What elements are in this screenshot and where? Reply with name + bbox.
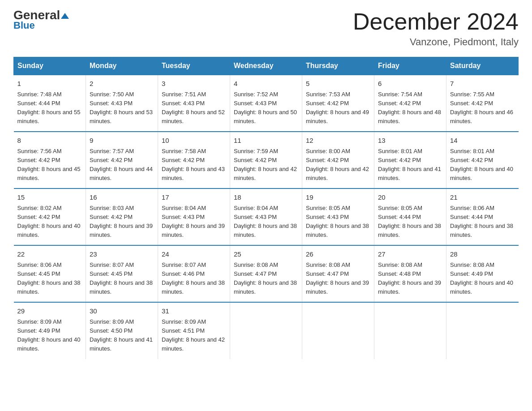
calendar-week-2: 8 Sunrise: 7:56 AMSunset: 4:42 PMDayligh… <box>14 132 519 188</box>
calendar-cell: 16 Sunrise: 8:03 AMSunset: 4:42 PMDaylig… <box>86 188 158 245</box>
day-number: 16 <box>90 193 154 203</box>
day-info: Sunrise: 7:58 AMSunset: 4:42 PMDaylight:… <box>162 148 225 181</box>
day-info: Sunrise: 8:06 AMSunset: 4:44 PMDaylight:… <box>450 205 513 238</box>
day-info: Sunrise: 8:09 AMSunset: 4:50 PMDaylight:… <box>90 318 153 352</box>
day-info: Sunrise: 8:08 AMSunset: 4:48 PMDaylight:… <box>378 261 441 295</box>
calendar-cell: 11 Sunrise: 7:59 AMSunset: 4:42 PMDaylig… <box>230 132 302 188</box>
day-info: Sunrise: 8:05 AMSunset: 4:43 PMDaylight:… <box>306 205 369 238</box>
calendar-cell: 28 Sunrise: 8:08 AMSunset: 4:49 PMDaylig… <box>446 245 519 302</box>
calendar-cell: 2 Sunrise: 7:50 AMSunset: 4:43 PMDayligh… <box>86 75 158 132</box>
calendar-cell: 24 Sunrise: 8:07 AMSunset: 4:46 PMDaylig… <box>158 245 230 302</box>
day-number: 30 <box>90 306 154 317</box>
calendar-week-3: 15 Sunrise: 8:02 AMSunset: 4:42 PMDaylig… <box>14 188 519 245</box>
day-number: 6 <box>378 79 442 89</box>
day-number: 5 <box>306 79 370 89</box>
day-info: Sunrise: 8:07 AMSunset: 4:46 PMDaylight:… <box>162 261 225 295</box>
day-number: 11 <box>234 136 298 146</box>
day-number: 15 <box>17 193 82 203</box>
calendar-cell: 31 Sunrise: 8:09 AMSunset: 4:51 PMDaylig… <box>158 302 230 359</box>
header-wednesday: Wednesday <box>230 57 302 75</box>
day-info: Sunrise: 7:55 AMSunset: 4:42 PMDaylight:… <box>450 91 513 124</box>
day-info: Sunrise: 7:51 AMSunset: 4:43 PMDaylight:… <box>162 91 225 124</box>
calendar-cell: 4 Sunrise: 7:52 AMSunset: 4:43 PMDayligh… <box>230 75 302 132</box>
calendar-week-1: 1 Sunrise: 7:48 AMSunset: 4:44 PMDayligh… <box>14 75 519 132</box>
location-subtitle: Vanzone, Piedmont, Italy <box>353 36 519 48</box>
calendar-cell: 7 Sunrise: 7:55 AMSunset: 4:42 PMDayligh… <box>446 75 519 132</box>
page-header: General Blue December 2024 Vanzone, Pied… <box>13 9 519 48</box>
day-info: Sunrise: 7:56 AMSunset: 4:42 PMDaylight:… <box>17 148 81 181</box>
calendar-cell: 30 Sunrise: 8:09 AMSunset: 4:50 PMDaylig… <box>86 302 158 359</box>
day-number: 12 <box>306 136 370 146</box>
day-info: Sunrise: 8:06 AMSunset: 4:45 PMDaylight:… <box>17 261 81 295</box>
calendar-cell: 27 Sunrise: 8:08 AMSunset: 4:48 PMDaylig… <box>374 245 446 302</box>
calendar-cell: 29 Sunrise: 8:09 AMSunset: 4:49 PMDaylig… <box>14 302 86 359</box>
calendar-cell: 20 Sunrise: 8:05 AMSunset: 4:44 PMDaylig… <box>374 188 446 245</box>
day-info: Sunrise: 8:02 AMSunset: 4:42 PMDaylight:… <box>17 205 81 238</box>
day-info: Sunrise: 8:01 AMSunset: 4:42 PMDaylight:… <box>450 148 513 181</box>
day-number: 13 <box>378 136 442 146</box>
header-friday: Friday <box>374 57 446 75</box>
day-info: Sunrise: 7:50 AMSunset: 4:43 PMDaylight:… <box>90 91 153 124</box>
calendar-cell: 1 Sunrise: 7:48 AMSunset: 4:44 PMDayligh… <box>14 75 86 132</box>
day-info: Sunrise: 7:59 AMSunset: 4:42 PMDaylight:… <box>234 148 297 181</box>
logo-subtitle: Blue <box>13 20 35 31</box>
header-thursday: Thursday <box>302 57 374 75</box>
day-info: Sunrise: 7:57 AMSunset: 4:42 PMDaylight:… <box>90 148 153 181</box>
calendar-cell: 21 Sunrise: 8:06 AMSunset: 4:44 PMDaylig… <box>446 188 519 245</box>
day-number: 27 <box>378 249 442 260</box>
day-number: 4 <box>234 79 298 89</box>
calendar-cell: 13 Sunrise: 8:01 AMSunset: 4:42 PMDaylig… <box>374 132 446 188</box>
day-number: 20 <box>378 193 442 203</box>
calendar-cell: 3 Sunrise: 7:51 AMSunset: 4:43 PMDayligh… <box>158 75 230 132</box>
logo: General Blue <box>13 9 69 31</box>
day-number: 21 <box>450 193 515 203</box>
day-info: Sunrise: 8:05 AMSunset: 4:44 PMDaylight:… <box>378 205 441 238</box>
calendar-cell: 18 Sunrise: 8:04 AMSunset: 4:43 PMDaylig… <box>230 188 302 245</box>
day-number: 23 <box>90 249 154 260</box>
day-info: Sunrise: 7:54 AMSunset: 4:42 PMDaylight:… <box>378 91 441 124</box>
calendar-cell: 25 Sunrise: 8:08 AMSunset: 4:47 PMDaylig… <box>230 245 302 302</box>
day-info: Sunrise: 7:53 AMSunset: 4:42 PMDaylight:… <box>306 91 369 124</box>
day-info: Sunrise: 8:04 AMSunset: 4:43 PMDaylight:… <box>234 205 297 238</box>
day-number: 18 <box>234 193 298 203</box>
day-info: Sunrise: 8:00 AMSunset: 4:42 PMDaylight:… <box>306 148 369 181</box>
day-number: 22 <box>17 249 82 260</box>
calendar-cell: 26 Sunrise: 8:08 AMSunset: 4:47 PMDaylig… <box>302 245 374 302</box>
calendar-cell: 8 Sunrise: 7:56 AMSunset: 4:42 PMDayligh… <box>14 132 86 188</box>
calendar-cell: 14 Sunrise: 8:01 AMSunset: 4:42 PMDaylig… <box>446 132 519 188</box>
day-number: 1 <box>17 79 82 89</box>
calendar-cell: 23 Sunrise: 8:07 AMSunset: 4:45 PMDaylig… <box>86 245 158 302</box>
day-number: 26 <box>306 249 370 260</box>
day-number: 17 <box>162 193 226 203</box>
calendar-week-5: 29 Sunrise: 8:09 AMSunset: 4:49 PMDaylig… <box>14 302 519 359</box>
day-number: 2 <box>90 79 154 89</box>
day-number: 25 <box>234 249 298 260</box>
calendar-cell: 22 Sunrise: 8:06 AMSunset: 4:45 PMDaylig… <box>14 245 86 302</box>
calendar-cell: 17 Sunrise: 8:04 AMSunset: 4:43 PMDaylig… <box>158 188 230 245</box>
header-monday: Monday <box>86 57 158 75</box>
day-info: Sunrise: 7:52 AMSunset: 4:43 PMDaylight:… <box>234 91 297 124</box>
title-block: December 2024 Vanzone, Piedmont, Italy <box>353 9 519 48</box>
day-info: Sunrise: 8:04 AMSunset: 4:43 PMDaylight:… <box>162 205 225 238</box>
day-number: 8 <box>17 136 82 146</box>
calendar-cell <box>446 302 519 359</box>
day-info: Sunrise: 7:48 AMSunset: 4:44 PMDaylight:… <box>17 91 81 124</box>
day-info: Sunrise: 8:08 AMSunset: 4:47 PMDaylight:… <box>234 261 297 295</box>
day-number: 28 <box>450 249 515 260</box>
day-info: Sunrise: 8:08 AMSunset: 4:47 PMDaylight:… <box>306 261 369 295</box>
month-year-title: December 2024 <box>353 9 519 34</box>
calendar-cell: 5 Sunrise: 7:53 AMSunset: 4:42 PMDayligh… <box>302 75 374 132</box>
day-info: Sunrise: 8:07 AMSunset: 4:45 PMDaylight:… <box>90 261 153 295</box>
header-tuesday: Tuesday <box>158 57 230 75</box>
calendar-cell: 12 Sunrise: 8:00 AMSunset: 4:42 PMDaylig… <box>302 132 374 188</box>
day-number: 31 <box>162 306 226 317</box>
calendar-cell: 6 Sunrise: 7:54 AMSunset: 4:42 PMDayligh… <box>374 75 446 132</box>
calendar-cell: 9 Sunrise: 7:57 AMSunset: 4:42 PMDayligh… <box>86 132 158 188</box>
calendar-week-4: 22 Sunrise: 8:06 AMSunset: 4:45 PMDaylig… <box>14 245 519 302</box>
calendar-cell <box>230 302 302 359</box>
day-number: 7 <box>450 79 515 89</box>
day-number: 24 <box>162 249 226 260</box>
calendar-cell <box>302 302 374 359</box>
day-info: Sunrise: 8:01 AMSunset: 4:42 PMDaylight:… <box>378 148 441 181</box>
day-info: Sunrise: 8:09 AMSunset: 4:51 PMDaylight:… <box>162 318 225 352</box>
